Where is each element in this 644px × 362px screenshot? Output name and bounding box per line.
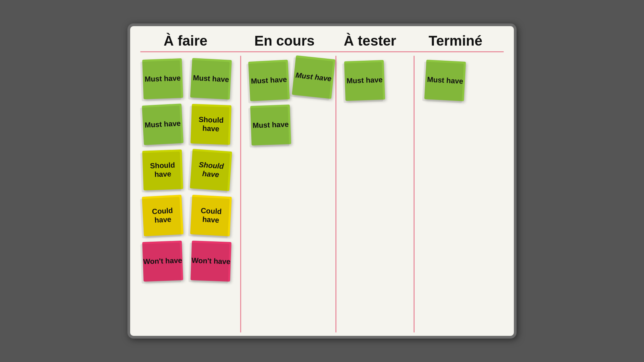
en-cours-notes: Must have Must have Must have <box>248 59 335 145</box>
note-ter-1[interactable]: Must have <box>424 60 466 101</box>
note-af2-3[interactable]: Should have <box>190 149 232 191</box>
note-af2-4[interactable]: Could have <box>190 195 232 236</box>
note-at-1[interactable]: Must have <box>344 60 385 101</box>
note-ec-1[interactable]: Must have <box>248 60 290 101</box>
note-ec-2[interactable]: Must have <box>292 55 335 99</box>
note-af1-2[interactable]: Must have <box>142 104 183 145</box>
header-row: À faire En cours À tester Terminé <box>130 26 514 52</box>
content-area: Must have Must have Should have Could ha… <box>130 52 514 336</box>
en-cours-row1: Must have Must have <box>249 59 333 100</box>
note-af1-4[interactable]: Could have <box>142 195 183 236</box>
col-en-cours: Must have Must have Must have <box>244 59 338 329</box>
note-af2-5[interactable]: Won't have <box>191 241 231 282</box>
col-a-tester: Must have <box>338 59 415 329</box>
col-a-faire: Must have Must have Should have Could ha… <box>137 59 244 329</box>
a-faire-sub-2: Must have Should have Should have Could … <box>189 59 233 281</box>
note-af2-1[interactable]: Must have <box>190 58 232 100</box>
note-ec-3[interactable]: Must have <box>250 105 291 145</box>
col-header-termine: Terminé <box>409 33 502 52</box>
note-af1-1[interactable]: Must have <box>142 58 183 99</box>
note-af1-3[interactable]: Should have <box>142 149 183 190</box>
a-faire-sub-1: Must have Must have Should have Could ha… <box>140 59 185 281</box>
kanban-board: À faire En cours À tester Terminé Must h… <box>127 23 517 339</box>
col-header-a-tester: À tester <box>331 33 409 52</box>
col-termine: Must have <box>415 59 509 329</box>
col-header-en-cours: En cours <box>237 33 331 52</box>
col-header-a-faire: À faire <box>130 33 237 52</box>
note-af2-2[interactable]: Should have <box>191 104 231 145</box>
note-af1-5[interactable]: Won't have <box>142 241 183 282</box>
